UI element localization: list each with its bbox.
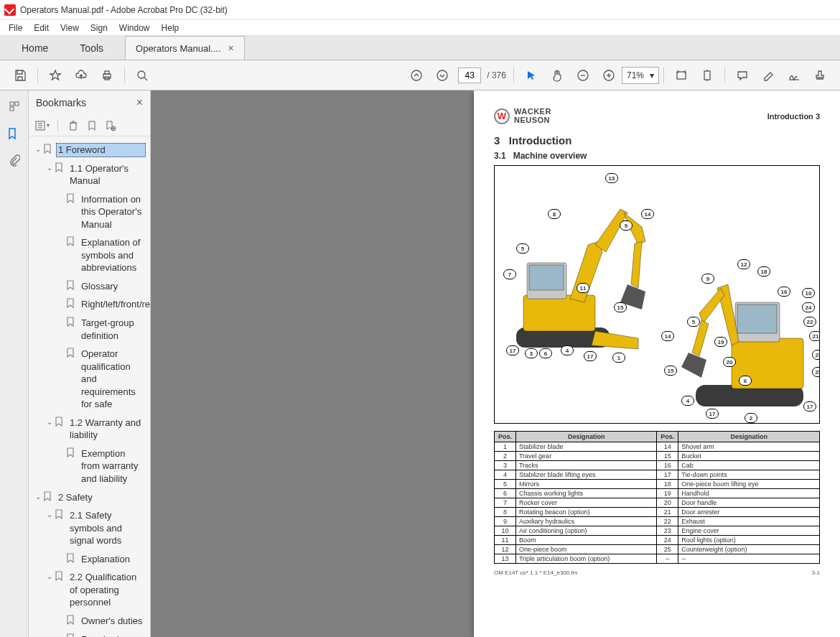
caret-icon[interactable] — [56, 552, 66, 554]
close-panel-icon[interactable]: × — [136, 96, 143, 109]
bookmark-item[interactable]: Operator qualification and requirements … — [32, 345, 147, 414]
sign-icon[interactable] — [783, 65, 805, 86]
menu-sign[interactable]: Sign — [85, 22, 113, 34]
cloud-upload-icon[interactable] — [70, 65, 92, 86]
bookmark-label[interactable]: 2.1 Safety symbols and signal words — [67, 508, 146, 548]
tab-close-icon[interactable]: × — [228, 42, 234, 54]
bookmark-icon — [66, 297, 76, 308]
highlight-icon[interactable] — [757, 65, 779, 86]
bookmark-item[interactable]: ⌄2 Safety — [32, 488, 147, 507]
attachments-icon[interactable] — [6, 152, 23, 169]
bookmark-item[interactable]: ⌄1.2 Warranty and liability — [32, 414, 147, 445]
caret-icon[interactable]: ⌄ — [45, 570, 55, 582]
bookmarks-tree[interactable]: ⌄1 Foreword⌄1.1 Operator's ManualInforma… — [29, 136, 150, 637]
bm-new-from-icon[interactable] — [103, 118, 118, 134]
caret-icon[interactable]: ⌄ — [33, 143, 43, 154]
caret-icon[interactable] — [56, 236, 66, 237]
bookmark-label[interactable]: Owner's duties — [79, 614, 146, 628]
find-icon[interactable] — [131, 65, 153, 86]
tab-home[interactable]: Home — [6, 37, 64, 60]
star-icon[interactable] — [45, 65, 66, 86]
page-corner-label: Introduction 3 — [767, 112, 820, 121]
bookmark-label[interactable]: Target-group definition — [79, 316, 146, 343]
caret-icon[interactable] — [56, 447, 66, 448]
document-viewport[interactable]: W WACKERNEUSON Introduction 3 3 Introduc… — [151, 90, 840, 637]
bookmark-item[interactable]: Explanation of symbols and abbreviations — [32, 233, 147, 277]
page-down-icon[interactable] — [431, 65, 453, 86]
caret-icon[interactable]: ⌄ — [33, 490, 43, 502]
bm-delete-icon[interactable] — [65, 118, 81, 134]
bookmark-item[interactable]: ⌄2.1 Safety symbols and signal words — [32, 506, 147, 550]
bookmark-item[interactable]: Information on this Operator's Manual — [32, 190, 147, 234]
zoom-in-icon[interactable] — [598, 65, 620, 86]
caret-icon[interactable] — [56, 192, 66, 194]
tab-document[interactable]: Operators Manual.... × — [125, 36, 245, 60]
bookmark-item[interactable]: Glossary — [32, 277, 147, 296]
caret-icon[interactable] — [56, 297, 66, 299]
bookmark-icon — [66, 192, 76, 203]
callout-label: 9 — [620, 220, 633, 231]
bookmark-label[interactable]: 2 Safety — [56, 490, 146, 505]
bm-new-icon[interactable] — [84, 118, 100, 134]
bookmark-label[interactable]: Explanation of symbols and abbreviations — [79, 236, 146, 275]
bm-options-icon[interactable]: ▾ — [34, 118, 50, 134]
bookmark-item[interactable]: Explanation — [32, 550, 147, 569]
menu-file[interactable]: File — [3, 22, 28, 34]
caret-icon[interactable] — [56, 279, 66, 281]
bookmark-item[interactable]: Right/left/front/rear — [32, 295, 147, 314]
caret-icon[interactable] — [56, 347, 66, 348]
svg-rect-17 — [10, 107, 14, 111]
bookmark-item[interactable]: Target-group definition — [32, 314, 147, 345]
select-icon[interactable] — [521, 65, 542, 86]
zoom-out-icon[interactable] — [572, 65, 594, 86]
bookmark-item[interactable]: ⌄1 Foreword — [32, 141, 147, 159]
bookmark-label[interactable]: Glossary — [79, 279, 146, 294]
table-row: 1Stabilizer blade14Shovel arm — [495, 442, 820, 452]
bookmarks-panel: Bookmarks × ▾ ⌄1 Foreword⌄1.1 Operator's… — [29, 90, 151, 637]
bookmark-label[interactable]: Right/left/front/rear — [79, 297, 150, 312]
bookmark-item[interactable]: Required — [32, 631, 147, 638]
thumbnails-icon[interactable] — [6, 98, 23, 115]
table-row: 9Auxiliary hydraulics22Exhaust — [495, 517, 820, 526]
save-icon[interactable] — [9, 65, 31, 86]
bookmark-label[interactable]: 1 Foreword — [56, 143, 146, 157]
callout-label: 10 — [802, 288, 815, 298]
print-icon[interactable] — [96, 65, 118, 86]
svg-rect-12 — [677, 72, 686, 79]
bookmark-label[interactable]: Explanation — [79, 552, 146, 567]
callout-label: 8 — [548, 209, 561, 219]
menu-help[interactable]: Help — [156, 22, 185, 34]
bookmark-label[interactable]: Exemption from warranty and liability — [79, 447, 146, 486]
bookmark-label[interactable]: 1.1 Operator's Manual — [67, 162, 146, 188]
bookmark-item[interactable]: Exemption from warranty and liability — [32, 445, 147, 488]
bookmark-item[interactable]: ⌄1.1 Operator's Manual — [32, 159, 147, 190]
tab-tools[interactable]: Tools — [64, 37, 119, 60]
caret-icon[interactable] — [56, 633, 66, 634]
caret-icon[interactable]: ⌄ — [45, 416, 55, 427]
page-up-icon[interactable] — [406, 65, 427, 86]
fit-page-icon[interactable] — [696, 65, 718, 86]
bookmark-label[interactable]: 1.2 Warranty and liability — [67, 416, 146, 442]
bookmarks-icon[interactable] — [0, 125, 26, 142]
bookmarks-title: Bookmarks — [36, 97, 86, 108]
caret-icon[interactable] — [56, 614, 66, 615]
fit-width-icon[interactable] — [671, 65, 692, 86]
menu-view[interactable]: View — [55, 22, 85, 34]
zoom-select[interactable]: 71%▾ — [622, 67, 659, 84]
page-number-input[interactable] — [458, 68, 481, 83]
caret-icon[interactable] — [56, 316, 66, 317]
callout-label: 9 — [701, 274, 714, 284]
bookmark-label[interactable]: Information on this Operator's Manual — [79, 192, 146, 232]
stamp-icon[interactable] — [809, 65, 831, 86]
bookmark-label[interactable]: Required — [79, 633, 146, 638]
menu-edit[interactable]: Edit — [28, 22, 55, 34]
menu-window[interactable]: Window — [113, 22, 156, 34]
caret-icon[interactable]: ⌄ — [45, 162, 55, 173]
bookmark-item[interactable]: Owner's duties — [32, 612, 147, 631]
caret-icon[interactable]: ⌄ — [45, 508, 55, 520]
bookmark-label[interactable]: Operator qualification and requirements … — [79, 347, 146, 412]
bookmark-item[interactable]: ⌄2.2 Qualification of operating personne… — [32, 568, 147, 612]
hand-icon[interactable] — [546, 65, 568, 86]
bookmark-label[interactable]: 2.2 Qualification of operating personnel — [67, 570, 146, 610]
comment-icon[interactable] — [732, 65, 753, 86]
